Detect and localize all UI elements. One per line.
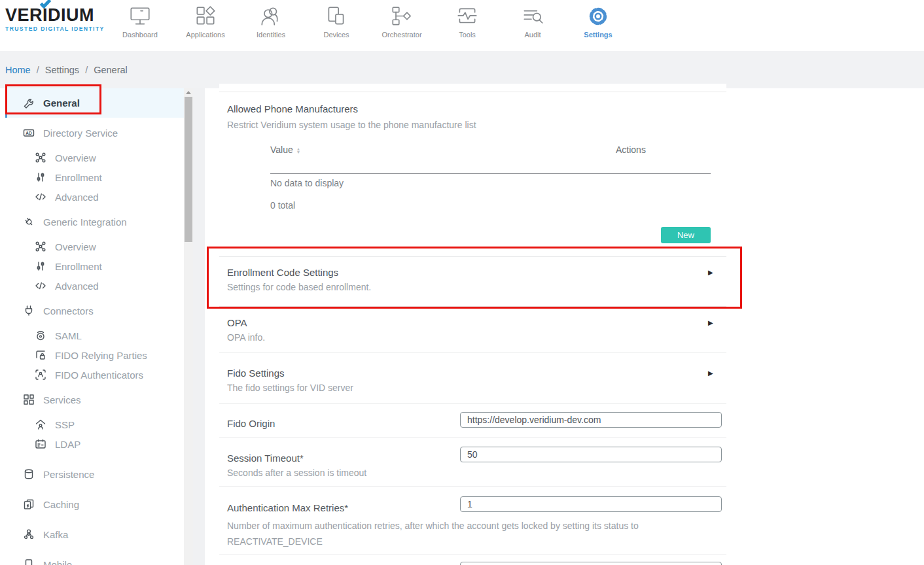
fido-origin-input[interactable] bbox=[460, 412, 722, 428]
code-icon bbox=[34, 280, 47, 292]
sidebar-item-advanced-ds[interactable]: Advanced bbox=[5, 187, 184, 207]
veridium-admin-app: VERIDIUM TRUSTED DIGITAL IDENTITY Dashbo… bbox=[0, 0, 924, 565]
table-header-divider bbox=[270, 173, 711, 174]
sidebar-item-label: Connectors bbox=[43, 305, 94, 317]
nav-audit[interactable]: Audit bbox=[500, 5, 565, 39]
nav-devices[interactable]: Devices bbox=[304, 5, 369, 39]
sidebar-item-fido-relying-parties[interactable]: FIDO Relying Parties bbox=[5, 345, 184, 365]
sidebar-item-ldap[interactable]: LDAP bbox=[5, 434, 184, 454]
sidebar-item-directory-service[interactable]: AD Directory Service bbox=[5, 123, 184, 143]
scrollbar-up-arrow-icon[interactable] bbox=[186, 91, 191, 94]
field-label-session-timeout: Session Timeout* bbox=[227, 453, 304, 464]
sidebar-item-label: Caching bbox=[43, 499, 79, 510]
sidebar-item-persistence[interactable]: Persistence bbox=[5, 464, 184, 484]
sidebar-item-label: FIDO Relying Parties bbox=[55, 350, 147, 361]
breadcrumb-settings: Settings bbox=[45, 65, 79, 75]
phone-icon bbox=[22, 558, 35, 565]
sidebar-item-mobile[interactable]: Mobile bbox=[5, 555, 184, 565]
sidebar-item-label: Overview bbox=[55, 241, 96, 252]
network-nodes-icon bbox=[34, 152, 47, 163]
sidebar-item-label: Advanced bbox=[55, 192, 99, 203]
sidebar-item-overview-gi[interactable]: Overview bbox=[5, 237, 184, 256]
sidebar-item-label: Generic Integration bbox=[43, 216, 127, 228]
divider bbox=[219, 486, 726, 487]
breadcrumb-general: General bbox=[94, 65, 128, 75]
panel-gutter bbox=[193, 88, 205, 565]
grid-icon bbox=[22, 394, 35, 405]
sidebar-item-fido-authenticators[interactable]: FIDO Authenticators bbox=[5, 365, 184, 385]
sliders-icon bbox=[34, 171, 47, 183]
section-desc-phone-manufacturers: Restrict Veridium system usage to the ph… bbox=[227, 120, 476, 130]
svg-text:AD: AD bbox=[26, 131, 32, 135]
sidebar-item-label: Overview bbox=[55, 152, 96, 163]
brand-name-right: DIUM bbox=[48, 5, 94, 25]
sidebar-scrollbar-thumb[interactable] bbox=[185, 97, 192, 242]
chevron-right-icon[interactable]: ▶ bbox=[708, 369, 713, 377]
top-nav-bar: VERIDIUM TRUSTED DIGITAL IDENTITY Dashbo… bbox=[0, 0, 924, 51]
sidebar-item-label: LDAP bbox=[55, 439, 80, 450]
divider bbox=[219, 256, 726, 257]
database-icon bbox=[22, 468, 35, 480]
sidebar-item-label: Services bbox=[43, 394, 81, 405]
section-desc-fido-settings: The fido settings for VID server bbox=[227, 383, 353, 393]
brand-name-left: VER bbox=[5, 5, 43, 25]
sidebar-item-connectors[interactable]: Connectors bbox=[5, 301, 184, 320]
nav-applications[interactable]: Applications bbox=[173, 5, 238, 39]
sidebar-item-enrollment-ds[interactable]: Enrollment bbox=[5, 167, 184, 187]
nav-settings[interactable]: Settings bbox=[565, 5, 631, 39]
divider bbox=[219, 306, 726, 307]
sidebar-item-advanced-gi[interactable]: Advanced bbox=[5, 276, 184, 296]
sidebar-item-kafka[interactable]: Kafka bbox=[5, 524, 184, 544]
sidebar-item-label: Enrollment bbox=[55, 261, 102, 272]
apps-grid-icon bbox=[193, 5, 218, 27]
check-icon bbox=[39, 0, 52, 9]
sidebar-item-saml[interactable]: SAML bbox=[5, 326, 184, 345]
new-button[interactable]: New bbox=[661, 227, 711, 243]
brand-tagline: TRUSTED DIGITAL IDENTITY bbox=[5, 26, 110, 32]
breadcrumb-home[interactable]: Home bbox=[5, 65, 31, 75]
field-help-session-timeout: Seconds after a session is timeout bbox=[227, 468, 366, 478]
sidebar-item-label: Kafka bbox=[43, 529, 68, 540]
sidebar-item-label: SAML bbox=[55, 330, 82, 341]
wrench-icon bbox=[22, 97, 35, 109]
sidebar-scrollbar[interactable] bbox=[184, 88, 193, 565]
nav-dashboard[interactable]: Dashboard bbox=[107, 5, 173, 39]
sidebar-item-generic-integration[interactable]: Generic Integration bbox=[5, 212, 184, 231]
general-settings-panel: Allowed Phone Manufacturers Restrict Ver… bbox=[219, 84, 726, 565]
nav-settings-label: Settings bbox=[565, 31, 631, 39]
section-title-fido-settings: Fido Settings bbox=[227, 368, 285, 379]
sidebar-item-label: Directory Service bbox=[43, 128, 118, 139]
sidebar-item-ssp[interactable]: SSP bbox=[5, 415, 184, 434]
ad-box-icon: AD bbox=[22, 127, 35, 139]
sidebar-item-overview-ds[interactable]: Overview bbox=[5, 148, 184, 167]
section-title-enrollment-code: Enrollment Code Settings bbox=[227, 267, 338, 278]
table-total-text: 0 total bbox=[270, 200, 295, 211]
nav-orchestrator[interactable]: Orchestrator bbox=[369, 5, 435, 39]
session-timeout-input[interactable] bbox=[460, 447, 722, 462]
chevron-right-icon[interactable]: ▶ bbox=[708, 319, 713, 326]
sidebar-item-caching[interactable]: Caching bbox=[5, 494, 184, 514]
breadcrumb-separator: / bbox=[37, 65, 39, 75]
sidebar-item-enrollment-gi[interactable]: Enrollment bbox=[5, 256, 184, 276]
table-column-value[interactable]: Value▲▼ bbox=[270, 145, 300, 155]
nav-tools[interactable]: Tools bbox=[435, 5, 500, 39]
section-desc-opa: OPA info. bbox=[227, 332, 265, 343]
users-icon bbox=[258, 5, 283, 27]
nav-applications-label: Applications bbox=[173, 31, 238, 39]
sidebar-item-label: Advanced bbox=[55, 281, 99, 292]
sort-icon[interactable]: ▲▼ bbox=[296, 147, 300, 154]
auth-max-retries-input[interactable] bbox=[460, 496, 722, 512]
next-field-input-partial[interactable] bbox=[460, 562, 722, 565]
gear-icon bbox=[586, 5, 611, 27]
main-nav: Dashboard Applications Identities Device… bbox=[107, 5, 631, 39]
nav-identities[interactable]: Identities bbox=[238, 5, 304, 39]
sidebar-item-label: SSP bbox=[55, 419, 75, 430]
chevron-right-icon[interactable]: ▶ bbox=[708, 269, 713, 276]
nav-devices-label: Devices bbox=[304, 31, 369, 39]
sidebar-item-general[interactable]: General bbox=[5, 88, 184, 118]
nav-identities-label: Identities bbox=[238, 31, 304, 39]
monitor-icon bbox=[128, 5, 152, 27]
settings-sidebar: General AD Directory Service Overview En… bbox=[5, 88, 184, 565]
sidebar-item-services[interactable]: Services bbox=[5, 390, 184, 409]
sidebar-item-label: Persistence bbox=[43, 469, 94, 480]
